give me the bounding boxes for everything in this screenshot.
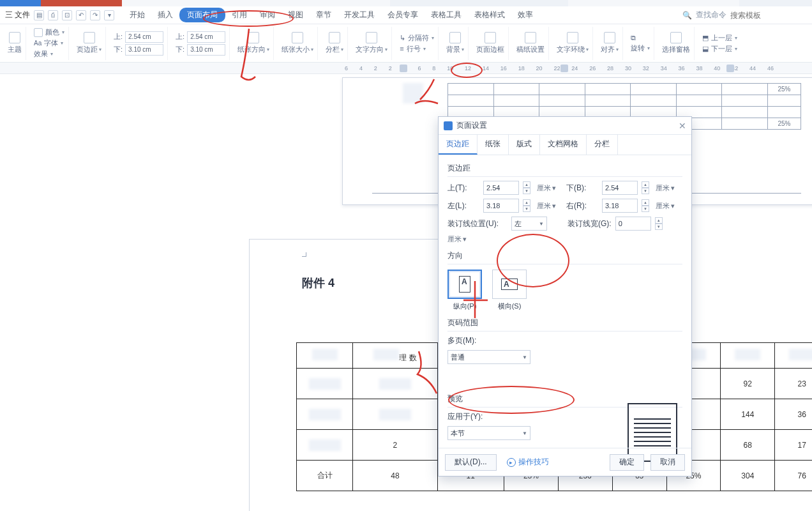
send-backward-button[interactable]: ⬓下一层▾	[702, 44, 737, 54]
margin-top-field[interactable]: 2.54	[483, 181, 519, 195]
apply-to-select[interactable]: 本节▼	[447, 426, 530, 440]
tab-insert[interactable]: 插入	[151, 7, 179, 23]
cancel-button[interactable]: 取消	[650, 454, 685, 471]
text-direction-icon[interactable]	[366, 32, 377, 43]
ribbon-toolbar: 主题 颜色▾ Aa字体▾ 效果▾ 页边距▾ 上: 下: 上: 下: 纸张方向▾ …	[0, 24, 812, 63]
blurred-content	[403, 83, 423, 103]
ruler-tab-marker[interactable]	[400, 65, 407, 72]
margins-icon[interactable]	[84, 32, 95, 43]
ruler-tab-marker-2[interactable]	[560, 65, 568, 72]
default-button[interactable]: 默认(D)...	[445, 454, 497, 471]
undo-icon[interactable]: ↶	[76, 10, 86, 20]
text-wrap-icon[interactable]	[567, 32, 578, 43]
group-button[interactable]: ⧉	[631, 34, 650, 42]
dialog-tabs: 页边距 纸张 版式 文档网格 分栏	[439, 135, 691, 155]
ruler-right-marker[interactable]	[726, 65, 734, 72]
tab-review[interactable]: 审阅	[253, 7, 282, 23]
dlg-tab-paper[interactable]: 纸张	[477, 135, 509, 155]
margin-left-field[interactable]: 3.18	[483, 199, 519, 213]
columns-icon[interactable]	[329, 32, 340, 43]
colors-icon[interactable]	[34, 28, 43, 37]
manuscript-icon[interactable]	[525, 32, 536, 43]
gutter-width-field[interactable]: 0	[615, 217, 651, 231]
line-number-button[interactable]: ≡行号▾	[400, 44, 434, 54]
tab-dev[interactable]: 开发工具	[338, 7, 381, 23]
search-icon[interactable]: 🔍	[682, 11, 692, 20]
spin-down-icon[interactable]: ▼	[523, 188, 530, 194]
gutter-position-select[interactable]: 左▼	[511, 217, 547, 231]
paper-size-icon[interactable]	[292, 32, 303, 43]
background-icon[interactable]	[449, 32, 461, 43]
dlg-tab-margins[interactable]: 页边距	[439, 135, 477, 155]
attachment-heading: 附件 4	[302, 275, 335, 291]
page-setup-dialog: 页面设置 ✕ 页边距 纸张 版式 文档网格 分栏 页边距 上(T): 2.54 …	[438, 116, 692, 477]
selection-pane-icon[interactable]	[670, 32, 682, 43]
dropdown-icon[interactable]: ▾	[104, 10, 114, 20]
preview-icon[interactable]: ⊡	[62, 10, 72, 20]
info-icon: ▸	[507, 458, 516, 467]
margin-right-field[interactable]: 3.18	[602, 199, 638, 213]
menu-bar: 三 文件 ▤ ⎙ ⊡ ↶ ↷ ▾ 开始 插入 页面布局 引用 审阅 视图 章节 …	[0, 6, 812, 24]
theme-icon[interactable]	[9, 32, 20, 43]
find-command-label[interactable]: 查找命令	[696, 10, 726, 20]
margin-top2-input[interactable]	[187, 31, 225, 43]
margins-label: 页边距▾	[77, 45, 102, 54]
margin-bot2-input[interactable]	[187, 44, 225, 56]
orientation-landscape[interactable]: A	[492, 270, 527, 299]
redo-icon[interactable]: ↷	[90, 10, 100, 20]
print-icon[interactable]: ⎙	[48, 10, 58, 20]
dlg-tab-layout[interactable]: 版式	[509, 135, 540, 155]
save-icon[interactable]: ▤	[34, 10, 44, 20]
horizontal-ruler[interactable]: 6422468101214161820222426283032343638404…	[0, 63, 812, 74]
tab-view[interactable]: 视图	[282, 7, 310, 23]
ok-button[interactable]: 确定	[610, 454, 644, 471]
breaks-button[interactable]: ↳分隔符▾	[400, 33, 434, 43]
tab-table-style[interactable]: 表格样式	[468, 7, 511, 23]
effects-button[interactable]: 效果▾	[34, 49, 64, 59]
tab-table-tools[interactable]: 表格工具	[425, 7, 468, 23]
align-icon[interactable]	[604, 32, 615, 43]
spin-up-icon[interactable]: ▲	[523, 181, 530, 188]
dialog-title: 页面设置	[456, 120, 487, 131]
tab-vip[interactable]: 会员专享	[381, 7, 425, 23]
dialog-titlebar[interactable]: 页面设置 ✕	[439, 117, 691, 135]
send-forward-button[interactable]: ⬒上一层▾	[702, 33, 737, 43]
window-tabs-bar	[0, 0, 812, 6]
margin-top-input[interactable]	[125, 31, 163, 43]
tab-sections[interactable]: 章节	[310, 7, 338, 23]
close-icon[interactable]: ✕	[679, 121, 686, 131]
multipage-select[interactable]: 普通▼	[447, 350, 530, 364]
search-input[interactable]	[730, 11, 807, 20]
orientation-portrait[interactable]: A	[447, 270, 482, 299]
tab-page-layout[interactable]: 页面布局	[179, 8, 225, 22]
tab-efficiency[interactable]: 效率	[511, 7, 539, 23]
theme-label: 主题	[8, 45, 22, 54]
dialog-icon	[444, 121, 453, 130]
page-border-icon[interactable]	[485, 32, 496, 43]
dlg-tab-grid[interactable]: 文档网格	[540, 135, 587, 155]
margin-bottom-input[interactable]	[125, 44, 163, 56]
tab-reference[interactable]: 引用	[225, 7, 253, 23]
margin-bottom-field[interactable]: 2.54	[602, 181, 638, 195]
app-menu-label[interactable]: 三 文件	[5, 10, 30, 20]
tips-button[interactable]: ▸操作技巧	[503, 454, 553, 471]
dlg-tab-columns[interactable]: 分栏	[587, 135, 618, 155]
orientation-icon[interactable]	[248, 32, 259, 43]
main-tabs: 开始 插入 页面布局 引用 审阅 视图 章节 开发工具 会员专享 表格工具 表格…	[123, 7, 539, 23]
tab-start[interactable]: 开始	[123, 7, 151, 23]
